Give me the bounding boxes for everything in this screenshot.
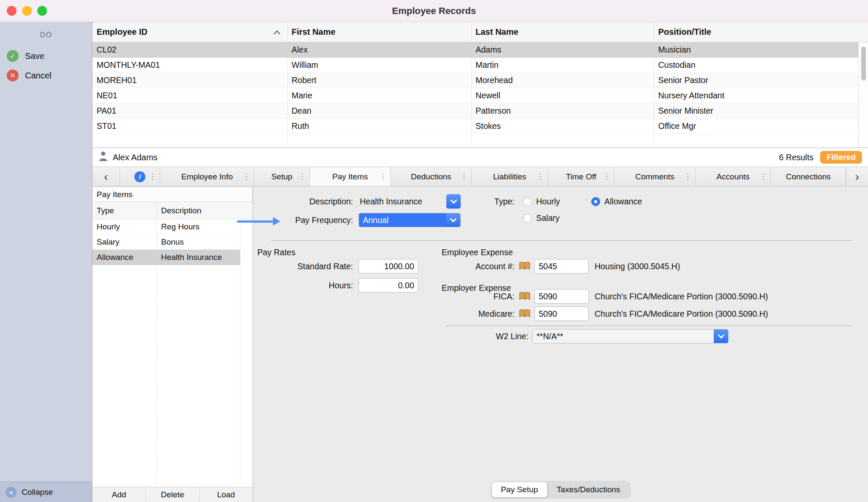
table-row[interactable]: PA01 Dean Patterson Senior Minister xyxy=(92,103,868,119)
table-row[interactable]: ST01 Ruth Stokes Office Mgr xyxy=(92,119,868,134)
sort-ascending-icon xyxy=(273,27,281,37)
tab-scroll-left-button[interactable]: ‹ xyxy=(92,167,120,186)
pay-frequency-value: Annual xyxy=(359,213,446,227)
pay-frequency-label: Pay Frequency: xyxy=(253,213,353,227)
table-row[interactable]: NE01 Marie Newell Nursery Attendant xyxy=(92,88,868,103)
chevron-right-icon: › xyxy=(855,170,859,184)
radio-hourly[interactable] xyxy=(523,197,532,206)
w2-line-dropdown[interactable]: **N/A** xyxy=(532,329,729,343)
chevron-down-icon xyxy=(718,332,724,338)
chevrons-left-icon: « xyxy=(6,487,17,498)
tab-liabilities[interactable]: Liabilities ⋮ xyxy=(472,167,548,186)
menu-dots-icon[interactable]: ⋮ xyxy=(460,172,467,181)
menu-dots-icon[interactable]: ⋮ xyxy=(149,172,156,181)
pay-item-row[interactable]: Salary Bonus xyxy=(92,234,240,250)
radio-salary[interactable] xyxy=(523,214,532,223)
pay-items-column-headers: Type Description xyxy=(92,202,253,219)
column-header-description[interactable]: Description xyxy=(157,206,253,215)
menu-dots-icon[interactable]: ⋮ xyxy=(298,172,306,181)
tab-connections[interactable]: Connections xyxy=(771,167,846,186)
filtered-badge[interactable]: Filtered xyxy=(820,151,862,164)
pay-item-row[interactable]: Hourly Reg Hours xyxy=(92,219,240,234)
column-header-first-name[interactable]: First Name xyxy=(287,22,471,42)
tab-taxes-deductions[interactable]: Taxes/Deductions xyxy=(547,482,629,497)
content-area: Employee ID First Name Last Name Positio… xyxy=(92,22,868,502)
chevron-down-icon xyxy=(450,215,456,222)
account-lookup-icon[interactable] xyxy=(519,291,531,303)
save-label: Save xyxy=(25,51,45,61)
column-header-last-name[interactable]: Last Name xyxy=(471,22,654,42)
add-button[interactable]: Add xyxy=(92,487,146,502)
person-icon xyxy=(98,151,108,164)
description-value: Health Insurance xyxy=(360,194,422,209)
pay-items-section: Pay Items Type Description Hourly Reg Ho… xyxy=(92,187,868,502)
tab-employee-info[interactable]: Employee Info ⋮ xyxy=(160,167,254,186)
pay-frequency-dropdown[interactable]: Annual xyxy=(359,213,461,227)
menu-dots-icon[interactable]: ⋮ xyxy=(684,172,691,181)
collapse-button[interactable]: « Collapse xyxy=(0,482,92,502)
table-scrollbar-track[interactable] xyxy=(858,42,868,148)
load-button[interactable]: Load xyxy=(200,487,253,502)
pay-items-scrollbar-track[interactable] xyxy=(240,219,253,487)
menu-dots-icon[interactable]: ⋮ xyxy=(379,172,387,181)
medicare-description: Church's FICA/Medicare Portion (3000.509… xyxy=(595,307,768,321)
account-number-field[interactable]: 5045 xyxy=(534,259,589,273)
minimize-icon[interactable] xyxy=(22,6,32,16)
save-button[interactable]: ✓ Save xyxy=(0,46,92,66)
radio-salary-label[interactable]: Salary xyxy=(536,211,559,225)
w2-line-dropdown-button[interactable] xyxy=(714,329,728,343)
hours-label: Hours: xyxy=(253,278,353,293)
tab-time-off[interactable]: Time Off ⋮ xyxy=(548,167,615,186)
fica-account-field[interactable]: 5090 xyxy=(534,289,589,304)
standard-rate-label: Standard Rate: xyxy=(253,259,353,273)
cancel-button[interactable]: ✕ Cancel xyxy=(0,66,92,85)
tab-comments[interactable]: Comments ⋮ xyxy=(615,167,696,186)
tab-pay-items[interactable]: Pay Items ⋮ xyxy=(310,167,391,186)
column-header-type[interactable]: Type xyxy=(92,202,157,219)
pay-items-buttons: Add Delete Load xyxy=(92,487,253,502)
account-lookup-icon[interactable] xyxy=(519,261,531,273)
record-bar: Alex Adams 6 Results Filtered xyxy=(92,148,868,167)
menu-dots-icon[interactable]: ⋮ xyxy=(537,172,544,181)
type-label: Type: xyxy=(452,194,515,209)
record-name: Alex Adams xyxy=(113,153,158,162)
close-icon[interactable] xyxy=(7,6,17,16)
collapse-label: Collapse xyxy=(22,488,53,497)
fica-label: FICA: xyxy=(380,289,515,304)
tab-pay-setup[interactable]: Pay Setup xyxy=(492,482,548,497)
account-description: Housing (3000.5045.H) xyxy=(595,259,680,273)
radio-allowance-label[interactable]: Allowance xyxy=(604,194,642,209)
table-row[interactable]: MOREH01 Robert Morehead Senior Pastor xyxy=(92,73,868,88)
column-header-position-title[interactable]: Position/Title xyxy=(654,22,868,42)
employee-table-header: Employee ID First Name Last Name Positio… xyxy=(92,22,868,42)
tab-accounts[interactable]: Accounts ⋮ xyxy=(696,167,771,186)
employee-table: Employee ID First Name Last Name Positio… xyxy=(92,22,868,148)
menu-dots-icon[interactable]: ⋮ xyxy=(603,172,610,181)
tab-setup[interactable]: Setup ⋮ xyxy=(254,167,310,186)
sidebar-header: DO xyxy=(0,31,92,39)
tab-deductions[interactable]: Deductions ⋮ xyxy=(391,167,472,186)
menu-dots-icon[interactable]: ⋮ xyxy=(760,172,767,181)
tab-info[interactable]: i ⋮ xyxy=(120,167,160,186)
sidebar: DO ✓ Save ✕ Cancel « Collapse xyxy=(0,22,92,502)
account-lookup-icon[interactable] xyxy=(519,309,531,321)
bottom-tab-switcher: Pay Setup Taxes/Deductions xyxy=(490,481,631,499)
table-scrollbar-thumb[interactable] xyxy=(861,47,866,81)
delete-button[interactable]: Delete xyxy=(146,487,199,502)
column-divider xyxy=(471,22,472,148)
info-icon: i xyxy=(134,171,145,182)
column-header-employee-id[interactable]: Employee ID xyxy=(92,22,287,42)
radio-allowance[interactable] xyxy=(591,197,600,206)
medicare-account-field[interactable]: 5090 xyxy=(534,307,589,321)
table-row[interactable]: MONTHLY-MA01 William Martin Custodian xyxy=(92,58,868,73)
menu-dots-icon[interactable]: ⋮ xyxy=(243,172,250,181)
section-divider xyxy=(271,240,852,241)
table-row[interactable]: CL02 Alex Adams Musician xyxy=(92,42,868,58)
w2-line-value: **N/A** xyxy=(533,329,714,343)
window-titlebar: Employee Records xyxy=(0,0,868,22)
radio-hourly-label[interactable]: Hourly xyxy=(536,194,560,209)
pay-item-row[interactable]: Allowance Health Insurance xyxy=(92,250,240,265)
pay-frequency-dropdown-button[interactable] xyxy=(446,213,460,227)
tab-scroll-right-button[interactable]: › xyxy=(846,167,868,186)
zoom-icon[interactable] xyxy=(37,6,47,16)
